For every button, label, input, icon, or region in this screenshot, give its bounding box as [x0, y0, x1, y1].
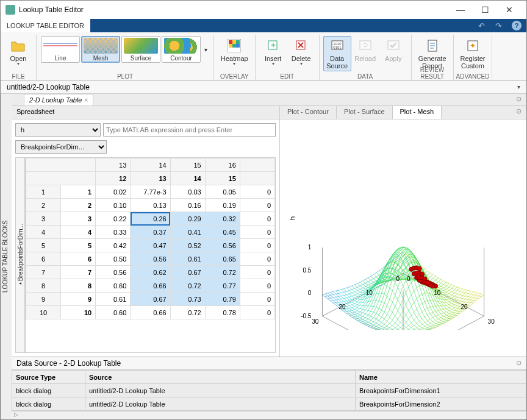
ribbon-group-review: REVIEW RESULT	[412, 66, 453, 80]
spreadsheet-header: Spreadsheet	[12, 106, 279, 119]
svg-point-41	[425, 280, 429, 285]
plot-gallery: Line Mesh Surface Contour ▾	[40, 36, 210, 63]
svg-point-53	[417, 266, 421, 271]
data-grid[interactable]: 1314151612131415110.027.77e-30.030.05022…	[25, 157, 276, 353]
doc-tab-lookup[interactable]: 2-D Lookup Table×	[24, 94, 93, 105]
document-tabs: 2-D Lookup Table× ⊙	[12, 94, 526, 106]
plot-gallery-expand[interactable]: ▾	[201, 46, 210, 53]
table-row[interactable]: 110.027.77e-30.030.050	[26, 185, 275, 199]
doc-tabs-menu[interactable]: ⊙	[511, 94, 526, 105]
status-bar: ▷	[12, 411, 526, 419]
close-button[interactable]: ✕	[497, 1, 522, 19]
plot-tabs-menu[interactable]: ⊙	[511, 106, 526, 119]
expression-input[interactable]	[103, 123, 276, 137]
svg-text:BreakpointsForDimension2: BreakpointsForDimension2	[314, 329, 395, 330]
data-source-menu[interactable]: ⊙	[516, 359, 522, 368]
data-source-icon: 10100101	[329, 38, 345, 54]
ribbon-group-edit: EDIT	[256, 73, 319, 80]
svg-text:-0.5: -0.5	[301, 312, 312, 319]
tab-plot-mesh[interactable]: Plot - Mesh	[393, 106, 442, 119]
dimension-select[interactable]: BreakpointsForDim…	[15, 140, 107, 154]
svg-text:10: 10	[434, 289, 441, 296]
table-row[interactable]: 220.100.130.160.190	[26, 199, 275, 212]
svg-rect-2	[232, 40, 236, 44]
insert-button[interactable]: ＋ Insert▾	[259, 36, 287, 68]
svg-point-45	[423, 276, 427, 280]
redo-button[interactable]: ↷	[490, 19, 507, 32]
maximize-button[interactable]: ☐	[473, 1, 497, 19]
svg-text:0101: 0101	[333, 46, 342, 49]
data-source-table[interactable]: Source TypeSourceNameblock dialoguntitle…	[12, 370, 526, 411]
svg-text:20: 20	[461, 304, 468, 310]
delete-button[interactable]: Delete▾	[287, 36, 315, 68]
svg-text:1: 1	[308, 244, 312, 251]
ribbon: Open▾ FILE Line Mesh Surface Contour ▾ P…	[1, 32, 526, 80]
plot-contour-button[interactable]: Contour	[162, 36, 201, 63]
data-source-panel: Data Source - 2-D Lookup Table⊙ Source T…	[12, 357, 526, 411]
table-row[interactable]: 660.500.560.610.650	[26, 252, 275, 266]
table-row[interactable]: 330.220.260.290.320	[26, 212, 275, 226]
svg-text:20: 20	[339, 304, 346, 310]
svg-text:0.5: 0.5	[303, 266, 311, 273]
undo-button[interactable]: ↶	[473, 19, 490, 32]
table-row[interactable]: block dialoguntitled/2-D Lookup TableBre…	[12, 397, 526, 411]
window-title: Lookup Table Editor	[19, 5, 448, 14]
data-source-button[interactable]: 10100101 Data Source	[323, 36, 351, 71]
table-row[interactable]: 10100.600.660.720.780	[26, 306, 275, 319]
svg-text:0: 0	[396, 275, 400, 282]
minimize-button[interactable]: —	[448, 1, 473, 19]
register-icon: ✦	[465, 38, 481, 54]
svg-text:＋: ＋	[269, 40, 278, 49]
plot-canvas[interactable]: -0.500.5100101020203030BreakpointsForDim…	[280, 119, 526, 357]
reload-icon	[357, 38, 373, 54]
plot-surface-button[interactable]: Surface	[121, 36, 160, 63]
svg-text:✦: ✦	[470, 41, 476, 50]
breadcrumb: untitled/2-D Lookup Table ▾	[1, 80, 526, 94]
close-tab-icon[interactable]: ×	[84, 97, 88, 104]
apply-button[interactable]: Apply	[379, 36, 407, 64]
table-row[interactable]: block dialoguntitled/2-D Lookup TableBre…	[12, 384, 526, 397]
svg-text:30: 30	[312, 318, 319, 324]
table-row[interactable]: 990.610.670.730.790	[26, 293, 275, 306]
table-row[interactable]: 440.330.370.410.450	[26, 226, 275, 239]
register-custom-button[interactable]: ✦ Register Custom	[457, 36, 489, 71]
breadcrumb-collapse[interactable]: ▾	[517, 84, 520, 90]
ribbon-tab-editor[interactable]: LOOKUP TABLE EDITOR	[1, 19, 90, 32]
delete-icon	[293, 38, 309, 54]
insert-icon: ＋	[265, 38, 281, 54]
title-bar: Lookup Table Editor — ☐ ✕	[1, 1, 526, 19]
row-dimension-label[interactable]: ▸BreakpointsForDim...	[15, 157, 25, 353]
ribbon-group-plot: PLOT	[37, 73, 213, 80]
heatmap-icon	[226, 38, 242, 54]
variable-select[interactable]: h	[15, 123, 101, 137]
table-row[interactable]: 770.560.620.670.720	[26, 266, 275, 279]
table-row[interactable]: 880.600.660.720.770	[26, 279, 275, 293]
svg-rect-5	[232, 44, 236, 48]
svg-rect-3	[236, 40, 240, 44]
svg-rect-1	[229, 40, 232, 44]
plot-line-button[interactable]: Line	[41, 36, 80, 63]
svg-point-49	[420, 272, 424, 276]
ribbon-group-data: DATA	[320, 73, 411, 80]
breadcrumb-text[interactable]: untitled/2-D Lookup Table	[7, 83, 90, 91]
side-panel-blocks[interactable]: LOOKUP TABLE BLOCKS	[1, 94, 12, 419]
spreadsheet-pane: Spreadsheet h BreakpointsForDim… ▸Breakp…	[12, 106, 280, 357]
tab-plot-surface[interactable]: Plot - Surface	[337, 106, 393, 119]
plot-mesh-button[interactable]: Mesh	[81, 36, 120, 63]
help-button[interactable]: ?	[512, 21, 522, 30]
open-button[interactable]: Open▾	[4, 36, 32, 68]
plot-pane: Plot - Contour Plot - Surface Plot - Mes…	[280, 106, 526, 357]
svg-text:0: 0	[308, 290, 312, 296]
apply-icon	[385, 38, 401, 54]
heatmap-button[interactable]: Heatmap▾	[218, 36, 251, 68]
table-row[interactable]: 550.420.470.520.560	[26, 239, 275, 252]
tab-plot-contour[interactable]: Plot - Contour	[280, 106, 337, 119]
ribbon-group-file: FILE	[1, 73, 36, 80]
ribbon-group-advanced: ADVANCED	[454, 73, 492, 80]
report-icon	[425, 38, 440, 54]
reload-button[interactable]: Reload	[351, 36, 379, 64]
ribbon-tabstrip: LOOKUP TABLE EDITOR ↶ ↷ ?	[1, 19, 526, 32]
app-icon	[5, 5, 15, 15]
status-expand[interactable]: ▷	[12, 411, 20, 419]
ribbon-group-overlay: OVERLAY	[214, 73, 255, 80]
